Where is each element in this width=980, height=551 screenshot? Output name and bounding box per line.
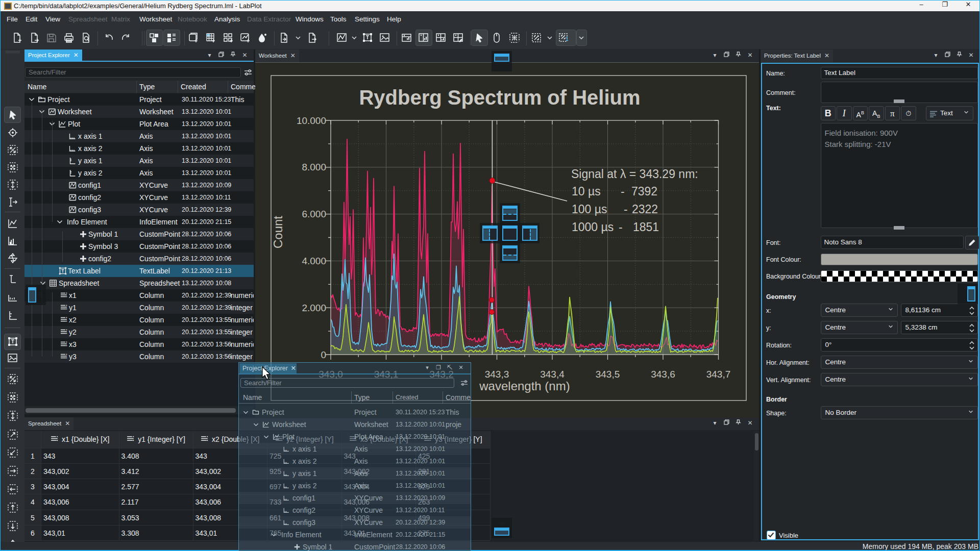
svg-text:343,4: 343,4 — [540, 369, 565, 380]
svg-text:0: 0 — [321, 349, 326, 360]
svg-text:wavelength (nm): wavelength (nm) — [479, 379, 570, 393]
svg-text:10.000: 10.000 — [297, 115, 326, 126]
svg-text:8.000: 8.000 — [302, 162, 326, 172]
svg-text:343,5: 343,5 — [596, 369, 620, 380]
svg-text:4.000: 4.000 — [302, 256, 326, 266]
svg-text:Rydberg Spectrum of Helium: Rydberg Spectrum of Helium — [359, 86, 640, 109]
svg-text:Count: Count — [271, 216, 285, 248]
svg-text:10 µs: 10 µs — [572, 185, 601, 198]
svg-text:-: - — [624, 203, 628, 216]
svg-text:2.000: 2.000 — [302, 303, 326, 313]
svg-text:6.000: 6.000 — [302, 209, 326, 219]
svg-text:343,3: 343,3 — [485, 369, 509, 380]
svg-text:100 µs: 100 µs — [572, 203, 607, 216]
svg-text:343,7: 343,7 — [706, 369, 731, 380]
svg-text:-: - — [619, 220, 623, 234]
svg-text:Signal at λ = 343.29 nm:: Signal at λ = 343.29 nm: — [571, 167, 698, 181]
svg-text:2322: 2322 — [632, 203, 658, 216]
svg-text:7392: 7392 — [631, 185, 657, 198]
svg-text:343,6: 343,6 — [651, 369, 675, 380]
svg-text:1851: 1851 — [633, 220, 659, 234]
svg-text:1000 µs: 1000 µs — [572, 220, 614, 234]
svg-text:1: 1 — [566, 36, 569, 42]
svg-text:-: - — [621, 185, 625, 198]
